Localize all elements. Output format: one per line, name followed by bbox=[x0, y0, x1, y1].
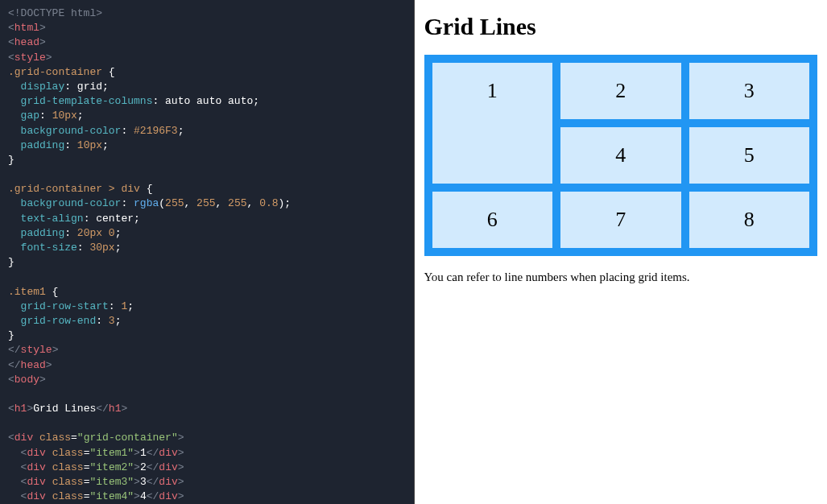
code-doctype: <!DOCTYPE html> bbox=[8, 7, 102, 19]
grid-cell-1: 1 bbox=[432, 63, 553, 184]
grid-cell-5: 5 bbox=[689, 127, 810, 184]
code-editor-pane[interactable]: <!DOCTYPE html> <html> <head> <style> .g… bbox=[0, 0, 414, 504]
grid-cell-3: 3 bbox=[689, 63, 810, 119]
grid-cell-4: 4 bbox=[560, 127, 681, 184]
grid-cell-7: 7 bbox=[560, 192, 681, 248]
grid-container: 1 2 3 4 5 6 7 8 bbox=[424, 55, 818, 256]
grid-cell-6: 6 bbox=[432, 192, 553, 248]
preview-pane: Grid Lines 1 2 3 4 5 6 7 8 You can refer… bbox=[414, 0, 828, 504]
grid-cell-8: 8 bbox=[689, 192, 810, 248]
grid-cell-2: 2 bbox=[560, 63, 681, 119]
page-title: Grid Lines bbox=[424, 13, 818, 40]
description-text: You can refer to line numbers when placi… bbox=[424, 271, 818, 284]
